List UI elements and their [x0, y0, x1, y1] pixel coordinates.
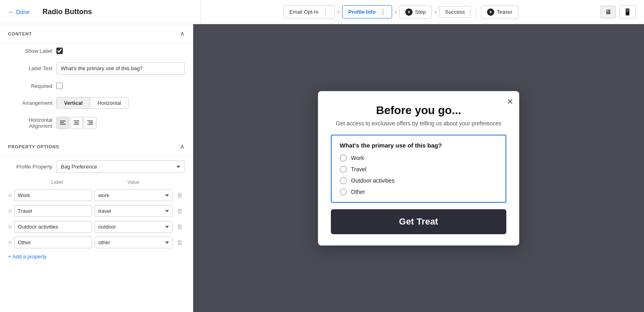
desktop-device-button[interactable]: 🖥: [601, 6, 616, 19]
prop-label-input-1[interactable]: [14, 205, 92, 217]
radio-option-3[interactable]: Other: [340, 188, 497, 196]
svg-rect-8: [87, 124, 93, 125]
radio-circle-2: [340, 177, 347, 184]
label-text-row: Label Text: [0, 58, 193, 79]
prop-label-input-0[interactable]: [14, 189, 92, 201]
device-switcher: 🖥 📱: [601, 5, 636, 19]
prop-table-header: Label Value: [0, 177, 193, 187]
property-options-collapse-button[interactable]: ∧: [180, 143, 185, 150]
prop-value-select-3[interactable]: other: [95, 237, 173, 248]
step-label: Success: [445, 9, 465, 15]
drag-handle-icon[interactable]: ≡: [8, 239, 12, 246]
svg-rect-3: [74, 121, 79, 121]
prop-label-input-2[interactable]: [14, 221, 92, 233]
radio-option-0[interactable]: Work: [340, 154, 497, 162]
content-collapse-button[interactable]: ∧: [180, 30, 185, 37]
delete-property-button-0[interactable]: 🗑: [175, 191, 185, 200]
plus-icon: +: [405, 8, 413, 16]
label-text-label: Label Text: [8, 65, 52, 71]
step-label: Step: [415, 9, 426, 15]
show-label-row: Show Label: [0, 44, 193, 58]
arrangement-horizontal-button[interactable]: Horizontal: [90, 97, 129, 109]
content-section-header: CONTENT ∧: [0, 24, 193, 44]
teaser-plus-icon: +: [487, 8, 494, 16]
radio-label-3: Other: [351, 189, 365, 195]
modal: ✕ Before you go... Get access to exclusi…: [318, 91, 519, 245]
property-row-3: ≡ other 🗑: [0, 235, 193, 250]
alignment-label: Horizontal Alignment: [8, 117, 52, 129]
add-property-button[interactable]: + Add a property: [0, 250, 55, 263]
arrangement-vertical-button[interactable]: Vertical: [56, 97, 90, 109]
radio-label-1: Travel: [351, 166, 366, 173]
preview-area: ✕ Before you go... Get access to exclusi…: [193, 24, 644, 312]
svg-rect-5: [74, 124, 79, 125]
show-label-checkbox[interactable]: [56, 48, 63, 54]
property-options-title: PROPERTY OPTIONS: [8, 144, 59, 149]
done-label: Done: [16, 9, 29, 15]
prop-label-input-3[interactable]: [14, 237, 92, 248]
radio-option-1[interactable]: Travel: [340, 166, 497, 173]
drag-handle-icon[interactable]: ≡: [8, 208, 12, 215]
prop-value-select-0[interactable]: work: [95, 189, 173, 201]
svg-rect-4: [74, 122, 78, 123]
drag-handle-icon[interactable]: ≡: [8, 223, 12, 231]
modal-question-box: What's the primary use of this bag? Work…: [331, 135, 506, 203]
svg-rect-1: [60, 122, 64, 123]
modal-title: Before you go...: [331, 104, 506, 117]
radio-circle-1: [340, 166, 347, 173]
profile-property-select[interactable]: Bag Preference: [56, 160, 185, 173]
svg-rect-0: [60, 121, 66, 121]
nav-step-email-opt-in[interactable]: Email Opt-In ⋮: [283, 5, 335, 19]
radio-label-0: Work: [351, 155, 364, 161]
step-dots: ⋮: [380, 8, 386, 16]
step-label: Profile Info: [348, 9, 376, 15]
radio-circle-3: [340, 188, 347, 196]
teaser-label: Teaser: [497, 9, 512, 15]
modal-cta-button[interactable]: Get Treat: [331, 209, 506, 234]
table-label-col-header: Label: [21, 179, 93, 185]
left-panel: CONTENT ∧ Show Label Label Text Required…: [0, 24, 193, 312]
property-row-0: ≡ work 🗑: [0, 187, 193, 203]
nav-steps: Email Opt-In ⋮ › Profile Info ⋮ › + Step…: [208, 5, 594, 19]
svg-rect-6: [87, 121, 93, 121]
alignment-row: Horizontal Alignment: [0, 113, 193, 133]
radio-circle-0: [340, 154, 347, 162]
nav-arrow-3: ›: [434, 8, 437, 16]
property-options-section-header: PROPERTY OPTIONS ∧: [0, 137, 193, 156]
required-row: Required: [0, 79, 193, 93]
align-center-button[interactable]: [70, 117, 83, 129]
radio-option-2[interactable]: Outdoor activities: [340, 177, 497, 184]
step-dots: ⋮: [322, 8, 329, 16]
nav-step-success[interactable]: Success: [439, 6, 471, 18]
modal-overlay: ✕ Before you go... Get access to exclusi…: [318, 91, 519, 245]
show-label-label: Show Label: [8, 48, 52, 54]
top-nav-left: ← Done Radio Buttons: [8, 0, 201, 24]
modal-close-button[interactable]: ✕: [507, 97, 514, 106]
prop-value-select-2[interactable]: outdoor: [95, 221, 173, 233]
label-text-input[interactable]: [56, 62, 185, 75]
arrangement-label: Arrangement: [8, 100, 52, 106]
profile-property-row: Profile Property Bag Preference: [0, 156, 193, 177]
prop-value-select-1[interactable]: travel: [95, 205, 173, 217]
page-title: Radio Buttons: [42, 8, 92, 16]
delete-property-button-2[interactable]: 🗑: [175, 223, 185, 231]
property-row-1: ≡ travel 🗑: [0, 203, 193, 219]
nav-arrow-2: ›: [394, 8, 397, 16]
property-row-2: ≡ outdoor 🗑: [0, 219, 193, 235]
main-layout: CONTENT ∧ Show Label Label Text Required…: [0, 24, 644, 312]
done-button[interactable]: ← Done: [8, 8, 29, 16]
nav-arrow-1: ›: [337, 8, 340, 16]
drag-handle-icon[interactable]: ≡: [8, 192, 12, 199]
required-checkbox[interactable]: [56, 83, 63, 89]
nav-divider: [476, 6, 476, 18]
teaser-button[interactable]: + Teaser: [481, 6, 518, 19]
mobile-device-button[interactable]: 📱: [619, 5, 636, 19]
table-value-col-header: Value: [97, 179, 170, 185]
delete-property-button-3[interactable]: 🗑: [175, 238, 185, 247]
align-right-button[interactable]: [84, 117, 97, 129]
profile-property-label: Profile Property: [8, 164, 52, 170]
align-left-button[interactable]: [56, 117, 69, 129]
delete-property-button-1[interactable]: 🗑: [175, 207, 185, 216]
nav-step-profile-info[interactable]: Profile Info ⋮: [342, 5, 392, 19]
nav-step-step[interactable]: + Step: [399, 6, 432, 19]
